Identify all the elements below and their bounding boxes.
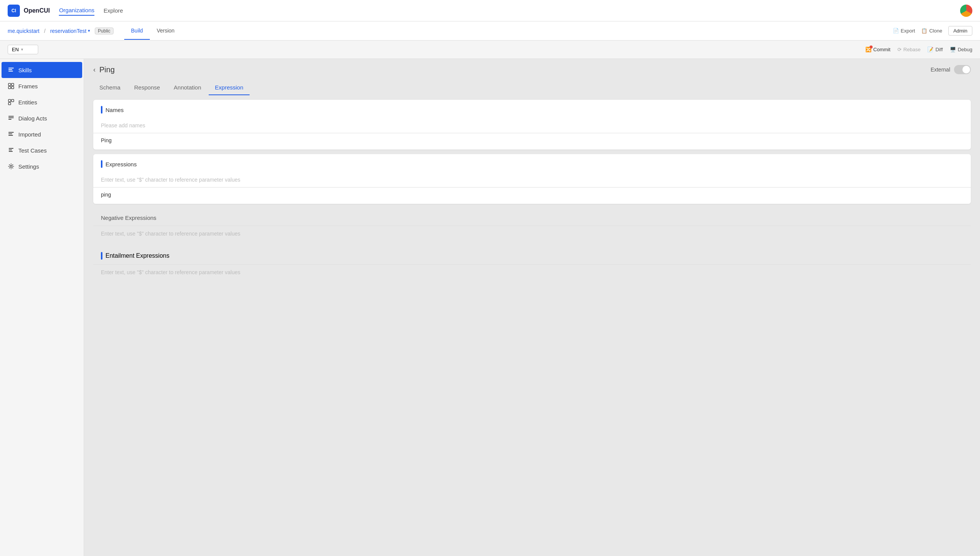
expressions-value: ping: [93, 187, 971, 204]
avatar[interactable]: [960, 5, 972, 17]
breadcrumb-org[interactable]: me.quickstart: [8, 28, 39, 34]
back-button[interactable]: ‹: [93, 66, 96, 74]
content-title-area: ‹ Ping: [93, 65, 115, 74]
detail-tabs: Schema Response Annotation Expression: [84, 80, 980, 95]
entities-icon: [8, 99, 15, 106]
sidebar-item-entities[interactable]: Entities: [2, 94, 82, 110]
diff-button[interactable]: 📝 Diff: [927, 47, 943, 52]
external-label: External: [931, 67, 950, 73]
external-toggle-area: External: [931, 65, 971, 74]
entailment-title: Entailment Expressions: [105, 252, 169, 259]
public-badge: Public: [95, 28, 114, 34]
sidebar-label-settings: Settings: [18, 163, 39, 170]
nav-explore[interactable]: Explore: [104, 6, 123, 15]
rebase-button[interactable]: ⟳ Rebase: [897, 47, 921, 52]
language-select[interactable]: EN ▾: [8, 45, 38, 54]
svg-rect-8: [11, 99, 14, 102]
commit-button[interactable]: 🔀 Commit: [865, 47, 891, 52]
negative-expressions-section: Negative Expressions Enter text, use "$"…: [93, 208, 971, 241]
names-title: Names: [105, 107, 124, 113]
imported-icon: [8, 131, 15, 138]
breadcrumb-repo[interactable]: reservationTest ▾: [50, 28, 90, 34]
names-placeholder: Please add names: [101, 122, 145, 128]
tab-build[interactable]: Build: [124, 22, 150, 40]
top-nav: CI OpenCUI Organizations Explore: [0, 0, 980, 21]
svg-rect-11: [8, 117, 14, 118]
negative-expressions-input[interactable]: Enter text, use "$" character to referen…: [93, 226, 971, 241]
sidebar-label-test-cases: Test Cases: [18, 147, 47, 154]
debug-button[interactable]: 🖥️ Debug: [950, 47, 972, 52]
nav-organizations[interactable]: Organizations: [59, 5, 94, 16]
svg-point-16: [10, 166, 12, 167]
app-name: OpenCUI: [24, 7, 50, 14]
expressions-section: Expressions Enter text, use "$" characte…: [93, 154, 971, 204]
sidebar-label-entities: Entities: [18, 99, 37, 106]
svg-rect-6: [11, 86, 14, 89]
expressions-placeholder: Enter text, use "$" character to referen…: [101, 177, 240, 183]
logo-icon: CI: [8, 5, 20, 17]
skills-icon: [8, 67, 15, 73]
sidebar-item-test-cases[interactable]: Test Cases: [2, 142, 82, 158]
names-placeholder-row: Please add names: [93, 118, 971, 133]
names-section-header: Names: [93, 100, 971, 118]
svg-rect-12: [8, 119, 11, 120]
sidebar-label-imported: Imported: [18, 131, 41, 138]
tab-schema[interactable]: Schema: [93, 80, 127, 95]
sidebar-item-frames[interactable]: Frames: [2, 78, 82, 94]
svg-rect-10: [8, 116, 14, 117]
external-toggle-switch[interactable]: [954, 65, 971, 74]
rebase-icon: ⟳: [897, 47, 902, 52]
debug-icon: 🖥️: [950, 47, 956, 52]
entailment-input[interactable]: Enter text, use "$" character to referen…: [93, 264, 971, 280]
export-button[interactable]: 📄 Export: [893, 28, 915, 34]
clone-icon: 📋: [921, 28, 927, 34]
sidebar-item-settings[interactable]: Settings: [2, 158, 82, 174]
sidebar-label-skills: Skills: [18, 67, 32, 73]
logo-area: CI OpenCUI: [8, 5, 50, 17]
tab-response[interactable]: Response: [128, 80, 166, 95]
expressions-value-divider: ping: [93, 187, 971, 204]
clone-button[interactable]: 📋 Clone: [921, 28, 942, 34]
entailment-header-row: Entailment Expressions: [93, 246, 971, 264]
names-value-divider: Ping: [93, 133, 971, 150]
tab-version[interactable]: Version: [150, 22, 182, 40]
sidebar-label-dialog-acts: Dialog Acts: [18, 115, 47, 122]
diff-icon: 📝: [927, 47, 933, 52]
sidebar-item-skills[interactable]: Skills: [2, 62, 82, 78]
svg-rect-5: [8, 86, 11, 89]
negative-expressions-header: Negative Expressions: [93, 208, 971, 226]
expressions-title: Expressions: [105, 161, 137, 167]
svg-rect-7: [8, 99, 11, 102]
svg-rect-0: [8, 68, 14, 68]
admin-button[interactable]: Admin: [948, 26, 972, 36]
svg-rect-14: [8, 133, 12, 134]
expressions-placeholder-row: Enter text, use "$" character to referen…: [93, 172, 971, 187]
entailment-accent: [101, 252, 102, 260]
dialog-acts-icon: [8, 115, 15, 122]
tab-expression[interactable]: Expression: [209, 80, 249, 95]
test-cases-icon: [8, 147, 15, 154]
svg-rect-3: [8, 83, 11, 86]
names-value: Ping: [93, 133, 971, 150]
toolbar-actions: 🔀 Commit ⟳ Rebase 📝 Diff 🖥️ Debug: [865, 47, 972, 52]
tab-annotation[interactable]: Annotation: [168, 80, 208, 95]
svg-rect-15: [8, 135, 13, 136]
svg-rect-13: [8, 132, 14, 133]
breadcrumb-separator: /: [44, 28, 45, 34]
sidebar-label-frames: Frames: [18, 83, 38, 89]
svg-rect-9: [8, 102, 11, 105]
second-nav-actions: 📄 Export 📋 Clone Admin: [893, 26, 972, 36]
sidebar-item-imported[interactable]: Imported: [2, 126, 82, 142]
content-header: ‹ Ping External: [84, 59, 980, 80]
settings-icon: [8, 163, 15, 170]
second-nav: me.quickstart / reservationTest ▾ Public…: [0, 21, 980, 41]
sidebar: Skills Frames Entities Dialog Acts Impor…: [0, 59, 84, 556]
frames-icon: [8, 83, 15, 89]
svg-rect-4: [11, 83, 14, 86]
names-section: Names Please add names Ping: [93, 100, 971, 150]
svg-rect-1: [8, 69, 12, 70]
svg-rect-2: [8, 71, 13, 72]
entailment-expressions-section: Entailment Expressions Enter text, use "…: [93, 246, 971, 280]
second-nav-tabs: Build Version: [124, 22, 182, 40]
sidebar-item-dialog-acts[interactable]: Dialog Acts: [2, 110, 82, 126]
